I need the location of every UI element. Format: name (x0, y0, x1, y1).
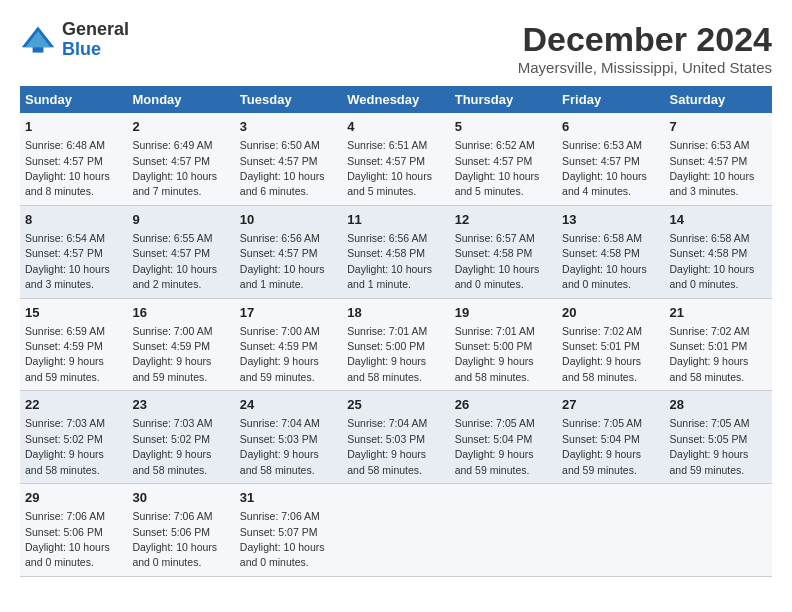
daylight-text: Daylight: 9 hours and 58 minutes. (347, 448, 426, 475)
daylight-text: Daylight: 9 hours and 58 minutes. (240, 448, 319, 475)
day-number: 21 (670, 304, 767, 322)
calendar-cell: 14Sunrise: 6:58 AMSunset: 4:58 PMDayligh… (665, 205, 772, 298)
day-number: 29 (25, 489, 122, 507)
sunrise-text: Sunrise: 7:05 AM (455, 417, 535, 429)
daylight-text: Daylight: 9 hours and 58 minutes. (132, 448, 211, 475)
weekday-header: Wednesday (342, 86, 449, 113)
day-number: 6 (562, 118, 659, 136)
calendar-cell: 6Sunrise: 6:53 AMSunset: 4:57 PMDaylight… (557, 113, 664, 205)
subtitle: Mayersville, Mississippi, United States (518, 59, 772, 76)
day-number: 1 (25, 118, 122, 136)
sunrise-text: Sunrise: 7:06 AM (132, 510, 212, 522)
calendar-cell: 20Sunrise: 7:02 AMSunset: 5:01 PMDayligh… (557, 298, 664, 391)
day-number: 20 (562, 304, 659, 322)
weekday-header: Tuesday (235, 86, 342, 113)
svg-rect-2 (33, 47, 44, 52)
sunset-text: Sunset: 5:02 PM (25, 433, 103, 445)
day-number: 11 (347, 211, 444, 229)
calendar-table: SundayMondayTuesdayWednesdayThursdayFrid… (20, 86, 772, 577)
calendar-cell: 12Sunrise: 6:57 AMSunset: 4:58 PMDayligh… (450, 205, 557, 298)
sunrise-text: Sunrise: 6:54 AM (25, 232, 105, 244)
day-number: 9 (132, 211, 229, 229)
daylight-text: Daylight: 9 hours and 59 minutes. (132, 355, 211, 382)
sunset-text: Sunset: 5:07 PM (240, 526, 318, 538)
sunset-text: Sunset: 5:00 PM (347, 340, 425, 352)
day-number: 26 (455, 396, 552, 414)
sunrise-text: Sunrise: 7:01 AM (455, 325, 535, 337)
sunset-text: Sunset: 5:01 PM (562, 340, 640, 352)
daylight-text: Daylight: 10 hours and 8 minutes. (25, 170, 110, 197)
sunset-text: Sunset: 5:03 PM (240, 433, 318, 445)
day-number: 23 (132, 396, 229, 414)
sunrise-text: Sunrise: 7:03 AM (132, 417, 212, 429)
sunrise-text: Sunrise: 6:51 AM (347, 139, 427, 151)
sunrise-text: Sunrise: 7:06 AM (240, 510, 320, 522)
calendar-cell: 21Sunrise: 7:02 AMSunset: 5:01 PMDayligh… (665, 298, 772, 391)
day-number: 5 (455, 118, 552, 136)
daylight-text: Daylight: 10 hours and 3 minutes. (670, 170, 755, 197)
sunset-text: Sunset: 5:05 PM (670, 433, 748, 445)
day-number: 27 (562, 396, 659, 414)
sunrise-text: Sunrise: 7:05 AM (562, 417, 642, 429)
daylight-text: Daylight: 10 hours and 1 minute. (240, 263, 325, 290)
calendar-cell: 1Sunrise: 6:48 AMSunset: 4:57 PMDaylight… (20, 113, 127, 205)
daylight-text: Daylight: 10 hours and 4 minutes. (562, 170, 647, 197)
sunset-text: Sunset: 4:58 PM (562, 247, 640, 259)
calendar-cell: 24Sunrise: 7:04 AMSunset: 5:03 PMDayligh… (235, 391, 342, 484)
main-title: December 2024 (518, 20, 772, 59)
sunrise-text: Sunrise: 6:55 AM (132, 232, 212, 244)
daylight-text: Daylight: 9 hours and 58 minutes. (562, 355, 641, 382)
sunset-text: Sunset: 4:57 PM (25, 247, 103, 259)
calendar-cell: 5Sunrise: 6:52 AMSunset: 4:57 PMDaylight… (450, 113, 557, 205)
sunset-text: Sunset: 4:57 PM (562, 155, 640, 167)
sunset-text: Sunset: 5:06 PM (25, 526, 103, 538)
daylight-text: Daylight: 10 hours and 2 minutes. (132, 263, 217, 290)
day-number: 4 (347, 118, 444, 136)
calendar-cell (450, 484, 557, 577)
sunset-text: Sunset: 4:57 PM (240, 155, 318, 167)
sunset-text: Sunset: 4:57 PM (132, 155, 210, 167)
sunrise-text: Sunrise: 6:58 AM (562, 232, 642, 244)
sunset-text: Sunset: 5:00 PM (455, 340, 533, 352)
sunrise-text: Sunrise: 6:49 AM (132, 139, 212, 151)
sunset-text: Sunset: 4:58 PM (455, 247, 533, 259)
day-number: 7 (670, 118, 767, 136)
sunrise-text: Sunrise: 7:00 AM (132, 325, 212, 337)
daylight-text: Daylight: 9 hours and 58 minutes. (670, 355, 749, 382)
calendar-cell: 25Sunrise: 7:04 AMSunset: 5:03 PMDayligh… (342, 391, 449, 484)
sunset-text: Sunset: 4:57 PM (455, 155, 533, 167)
calendar-week-row: 22Sunrise: 7:03 AMSunset: 5:02 PMDayligh… (20, 391, 772, 484)
day-number: 25 (347, 396, 444, 414)
day-number: 17 (240, 304, 337, 322)
weekday-header: Monday (127, 86, 234, 113)
calendar-cell: 15Sunrise: 6:59 AMSunset: 4:59 PMDayligh… (20, 298, 127, 391)
calendar-cell (557, 484, 664, 577)
calendar-cell: 19Sunrise: 7:01 AMSunset: 5:00 PMDayligh… (450, 298, 557, 391)
calendar-week-row: 8Sunrise: 6:54 AMSunset: 4:57 PMDaylight… (20, 205, 772, 298)
day-number: 15 (25, 304, 122, 322)
sunrise-text: Sunrise: 7:02 AM (670, 325, 750, 337)
daylight-text: Daylight: 9 hours and 58 minutes. (347, 355, 426, 382)
sunrise-text: Sunrise: 6:56 AM (240, 232, 320, 244)
day-number: 3 (240, 118, 337, 136)
day-number: 13 (562, 211, 659, 229)
daylight-text: Daylight: 10 hours and 5 minutes. (455, 170, 540, 197)
day-number: 31 (240, 489, 337, 507)
calendar-cell: 18Sunrise: 7:01 AMSunset: 5:00 PMDayligh… (342, 298, 449, 391)
sunrise-text: Sunrise: 7:04 AM (240, 417, 320, 429)
logo-icon (20, 22, 56, 58)
daylight-text: Daylight: 9 hours and 58 minutes. (25, 448, 104, 475)
calendar-cell: 26Sunrise: 7:05 AMSunset: 5:04 PMDayligh… (450, 391, 557, 484)
calendar-cell: 31Sunrise: 7:06 AMSunset: 5:07 PMDayligh… (235, 484, 342, 577)
calendar-week-row: 15Sunrise: 6:59 AMSunset: 4:59 PMDayligh… (20, 298, 772, 391)
sunrise-text: Sunrise: 6:52 AM (455, 139, 535, 151)
sunrise-text: Sunrise: 7:03 AM (25, 417, 105, 429)
logo-text: General Blue (62, 20, 129, 60)
calendar-cell: 29Sunrise: 7:06 AMSunset: 5:06 PMDayligh… (20, 484, 127, 577)
daylight-text: Daylight: 9 hours and 59 minutes. (455, 448, 534, 475)
sunset-text: Sunset: 4:59 PM (132, 340, 210, 352)
calendar-cell (665, 484, 772, 577)
sunrise-text: Sunrise: 6:59 AM (25, 325, 105, 337)
sunset-text: Sunset: 4:57 PM (240, 247, 318, 259)
sunset-text: Sunset: 5:04 PM (455, 433, 533, 445)
